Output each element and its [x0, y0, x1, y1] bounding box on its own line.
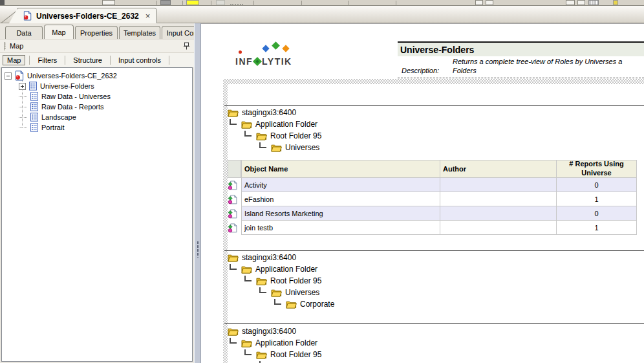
color-swatch-fragment[interactable] [160, 0, 171, 5]
tree-connector-stub [19, 96, 27, 97]
tree-connector-stub [19, 117, 27, 118]
tree-item-landscape[interactable]: Landscape [19, 112, 76, 122]
universe-icon [228, 223, 237, 233]
icon-column-header [228, 160, 241, 178]
table-cell-reports-using: 1 [557, 192, 637, 206]
panel-splitter[interactable] [194, 23, 201, 363]
toolbar-button-fragment[interactable] [486, 0, 493, 5]
report-icon [30, 113, 39, 122]
collapse-icon[interactable] [5, 72, 12, 80]
separator [169, 56, 169, 65]
clipped-toolbar [0, 0, 644, 6]
table-row-icon-cell [228, 221, 241, 235]
tree-root-row[interactable]: Universes-Folders-CE_2632 [5, 71, 117, 81]
tree-elbow-icon [244, 276, 252, 281]
table-cell-author [440, 192, 557, 206]
highlight-swatch-fragment[interactable] [186, 0, 199, 5]
description-line1: Returns a complete tree-view of Roles by… [453, 58, 622, 65]
tree-elbow-icon [244, 131, 252, 137]
input-controls-view-button[interactable]: Input controls [114, 56, 165, 65]
toolbar-button-fragment[interactable] [577, 0, 585, 5]
close-icon[interactable]: × [143, 11, 151, 21]
toolbar-button-fragment[interactable] [216, 0, 225, 5]
folder-open-icon [228, 327, 239, 336]
table-cell-object-name: Activity [241, 178, 440, 192]
universe-table: Object Name Author # Reports Using Unive… [228, 160, 637, 235]
report-icon [28, 82, 38, 91]
separator [65, 56, 65, 65]
folder-open-icon [241, 265, 252, 274]
description-label: Description: [402, 67, 439, 74]
section-separator [224, 105, 644, 106]
tab-properties[interactable]: Properties [75, 26, 118, 39]
separator [110, 56, 111, 65]
report-title: Universe-Folders [398, 43, 644, 55]
table-row-icon-cell [228, 178, 241, 192]
tree-item-raw-data-reports[interactable]: Raw Data - Reports [19, 102, 104, 112]
tab-templates[interactable]: Templates [119, 26, 160, 39]
column-header-reports-using: # Reports Using Universe [557, 160, 637, 178]
expand-icon[interactable] [19, 83, 26, 90]
page-margin-hatch-horizontal [223, 79, 644, 84]
folder-open-icon [241, 120, 252, 129]
tree-item-universe-folders[interactable]: Universe-Folders [19, 81, 94, 91]
separator [29, 56, 30, 65]
report-tree-row: Root Folder 95 [244, 349, 321, 360]
infolytik-logo: INFLYTIK [235, 42, 313, 68]
report-title-bar: Universe-Folders [398, 41, 644, 56]
table-cell-author [440, 221, 557, 235]
report-tree-row: Application Folder [230, 337, 317, 349]
tree-row-partial [259, 360, 282, 363]
table-cell-object-name: join testb [241, 221, 440, 235]
toolbar-button-fragment[interactable] [0, 0, 5, 5]
grid-button-fragment[interactable] [588, 0, 599, 5]
report-tree-row: Universes [259, 142, 319, 153]
toolbar-button-fragment[interactable] [613, 0, 618, 5]
webi-document-icon [23, 11, 32, 21]
folder-open-icon [228, 253, 239, 262]
tree-elbow-icon [230, 338, 237, 344]
document-map-tree: Universes-Folders-CE_2632 Universe-Folde… [1, 67, 193, 362]
report-tree-row: Root Folder 95 [244, 275, 321, 287]
report-tree-row: Application Folder [230, 118, 317, 130]
folder-open-icon [256, 350, 267, 359]
section-separator [224, 250, 644, 251]
tree-item-raw-data-universes[interactable]: Raw Data - Universes [19, 91, 111, 102]
table-row-icon-cell [228, 206, 241, 221]
toolbar-button-fragment[interactable] [102, 0, 115, 5]
tree-elbow-icon [274, 299, 281, 305]
tab-data[interactable]: Data [5, 26, 43, 39]
tree-elbow-icon [230, 119, 237, 125]
folder-open-icon [228, 108, 239, 117]
structure-view-button[interactable]: Structure [69, 56, 106, 65]
webi-document-icon [14, 71, 25, 81]
panel-tab-strip: Data Map Properties Templates Input Cont… [0, 23, 194, 39]
tree-elbow-icon [244, 349, 252, 355]
tree-elbow-icon [259, 361, 266, 363]
pin-icon[interactable] [183, 42, 190, 50]
splitter-grip-icon[interactable] [197, 241, 199, 258]
tab-map[interactable]: Map [44, 25, 74, 39]
folder-open-icon [286, 300, 297, 309]
toolbar-button-fragment[interactable] [230, 0, 243, 5]
table-cell-reports-using: 0 [557, 206, 637, 221]
map-view-button[interactable]: Map [3, 55, 25, 65]
tree-elbow-icon [259, 142, 266, 148]
logo-diamond-blue [262, 45, 269, 52]
description-line2: Folders [453, 67, 477, 74]
toolbar-button-fragment[interactable] [566, 0, 575, 5]
report-view: INFLYTIK Universe-Folders Description: R… [201, 23, 644, 363]
table-cell-author [440, 206, 557, 221]
tree-item-portrait[interactable]: Portrait [19, 122, 64, 133]
toolbar-button-fragment[interactable] [475, 0, 483, 5]
filters-view-button[interactable]: Filters [34, 56, 61, 65]
folder-open-icon [271, 143, 282, 152]
logo-diamond-green [272, 41, 280, 50]
grip-dots-icon[interactable] [4, 42, 6, 50]
report-icon [30, 92, 39, 101]
logo-wordmark: INFLYTIK [235, 56, 292, 67]
tree-elbow-icon [259, 287, 266, 293]
tree-connector-stub [19, 107, 27, 107]
document-tab[interactable]: Universes-Folders-CE_2632 × [17, 8, 157, 23]
report-tree-row: Corporate [274, 298, 334, 310]
